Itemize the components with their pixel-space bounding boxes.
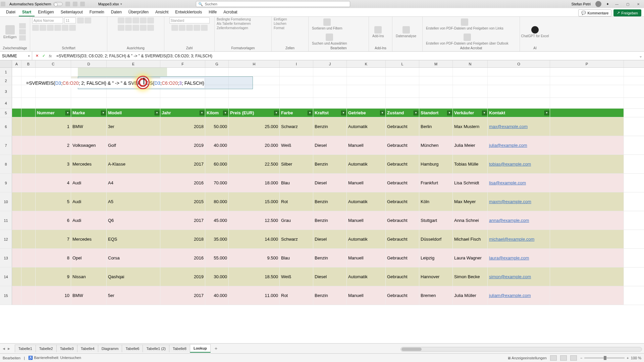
cell[interactable]: Julia Meier: [453, 136, 488, 155]
table-header-Kraftst[interactable]: Kraftst▾: [313, 109, 347, 117]
cell[interactable]: 12.500: [229, 211, 280, 230]
cell[interactable]: Diesel: [313, 174, 347, 192]
cell[interactable]: Bremen: [419, 286, 453, 305]
cell[interactable]: 80.000: [205, 192, 229, 211]
table-header-Kilom[interactable]: Kilom▾: [205, 109, 229, 117]
cell[interactable]: 30.000: [205, 267, 229, 286]
row-header-2[interactable]: 2: [0, 76, 12, 85]
cell[interactable]: Lisa Schmidt: [453, 174, 488, 192]
filter-icon[interactable]: ▾: [200, 111, 204, 115]
cell[interactable]: [386, 98, 419, 108]
cell[interactable]: [280, 76, 313, 85]
data-analysis-button[interactable]: Datenanalyse: [394, 25, 418, 39]
cell[interactable]: [160, 68, 205, 76]
zoom-slider[interactable]: −+ 100 %: [580, 356, 641, 360]
col-header-L[interactable]: L: [386, 60, 419, 67]
cell[interactable]: [550, 68, 624, 76]
cell[interactable]: Manuell: [347, 174, 386, 192]
cell[interactable]: [550, 117, 624, 136]
coming-soon-icon[interactable]: ✦: [606, 2, 609, 6]
cell[interactable]: Hannover: [419, 267, 453, 286]
cell[interactable]: 2019: [160, 267, 205, 286]
increase-font-icon[interactable]: [77, 17, 84, 23]
cell[interactable]: Audi: [71, 211, 107, 230]
cell[interactable]: 45.000: [205, 211, 229, 230]
cell[interactable]: [21, 267, 36, 286]
cell[interactable]: [453, 76, 488, 85]
acrobat-link-button[interactable]: Erstellen von PDF-Dateien und Freigeben …: [425, 18, 505, 31]
sheet-tab-diagramm[interactable]: Diagramm: [98, 345, 122, 352]
cell[interactable]: max@example.com: [488, 117, 550, 136]
name-box[interactable]: SUMME▾: [0, 52, 32, 60]
table-header-Standort[interactable]: Standort▾: [419, 109, 453, 117]
cell[interactable]: Weiß: [280, 267, 313, 286]
cell[interactable]: [12, 267, 21, 286]
font-size-combo[interactable]: [64, 17, 76, 23]
cell[interactable]: Gebraucht: [386, 211, 419, 230]
cell[interactable]: [21, 68, 36, 76]
col-header-G[interactable]: G: [205, 60, 229, 67]
col-header-I[interactable]: I: [280, 60, 313, 67]
col-header-P[interactable]: P: [550, 60, 624, 67]
cell[interactable]: 2017: [160, 286, 205, 305]
table-header-Jahr[interactable]: Jahr▾: [160, 109, 205, 117]
cell[interactable]: [488, 98, 550, 108]
cell[interactable]: [21, 286, 36, 305]
cell[interactable]: [12, 136, 21, 155]
cell[interactable]: [71, 68, 107, 76]
filter-icon[interactable]: ▾: [65, 111, 70, 115]
cell[interactable]: [12, 192, 21, 211]
cell[interactable]: Automatik: [347, 117, 386, 136]
cell[interactable]: Stuttgart: [419, 211, 453, 230]
filter-icon[interactable]: ▾: [155, 111, 159, 115]
cell[interactable]: [280, 98, 313, 108]
cell[interactable]: [21, 98, 36, 108]
cell[interactable]: Golf: [107, 136, 160, 155]
view-layout-icon[interactable]: [560, 355, 567, 361]
accessibility-status[interactable]: ♿ Barrierefreiheit: Untersuchen: [28, 356, 81, 360]
cell[interactable]: [347, 98, 386, 108]
cell[interactable]: 18.500: [229, 267, 280, 286]
cell[interactable]: Benzin: [313, 211, 347, 230]
cell[interactable]: 2018: [160, 117, 205, 136]
fx-icon[interactable]: fx: [48, 53, 53, 59]
cell[interactable]: Grau: [280, 211, 313, 230]
sheet-tab-tabelle8[interactable]: Tabelle8: [169, 345, 190, 352]
table-header-Preis (EUR)[interactable]: Preis (EUR)▾: [229, 109, 280, 117]
cell[interactable]: [12, 98, 21, 108]
share-button[interactable]: ↗Freigeben: [613, 9, 641, 16]
undo-icon[interactable]: [73, 2, 77, 6]
cell[interactable]: Manuell: [347, 249, 386, 267]
cell[interactable]: BMW: [71, 286, 107, 305]
cell[interactable]: Gebraucht: [386, 136, 419, 155]
ribbon-tab-daten[interactable]: Daten: [108, 8, 125, 16]
cell[interactable]: Gebraucht: [386, 249, 419, 267]
number-format-combo[interactable]: [169, 17, 210, 23]
cell[interactable]: [12, 211, 21, 230]
cell[interactable]: [21, 192, 36, 211]
cell[interactable]: [21, 109, 36, 117]
cell[interactable]: julia@example.com: [488, 136, 550, 155]
cell[interactable]: Corsa: [107, 249, 160, 267]
cell[interactable]: Diesel: [313, 267, 347, 286]
font-color-icon[interactable]: [69, 25, 76, 31]
cell[interactable]: 5: [36, 192, 71, 211]
cell[interactable]: [488, 85, 550, 98]
cell[interactable]: [205, 68, 229, 76]
maximize-button[interactable]: ▢: [625, 2, 631, 6]
cell[interactable]: [419, 76, 453, 85]
cell[interactable]: 15.000: [229, 192, 280, 211]
cell[interactable]: Rot: [280, 286, 313, 305]
cell[interactable]: [36, 98, 71, 108]
table-header-Zustand[interactable]: Zustand▾: [386, 109, 419, 117]
cell[interactable]: 70.000: [205, 174, 229, 192]
cell[interactable]: 18.000: [229, 174, 280, 192]
col-header-D[interactable]: D: [71, 60, 107, 67]
cell[interactable]: 60.000: [205, 155, 229, 173]
username[interactable]: Stefan Petri: [572, 2, 591, 6]
cell[interactable]: Simon Becke: [453, 267, 488, 286]
horizontal-scrollbar[interactable]: [400, 347, 642, 352]
addins-button[interactable]: Add-Ins: [371, 25, 385, 39]
cell[interactable]: 7: [36, 230, 71, 248]
cell[interactable]: Audi: [71, 192, 107, 211]
